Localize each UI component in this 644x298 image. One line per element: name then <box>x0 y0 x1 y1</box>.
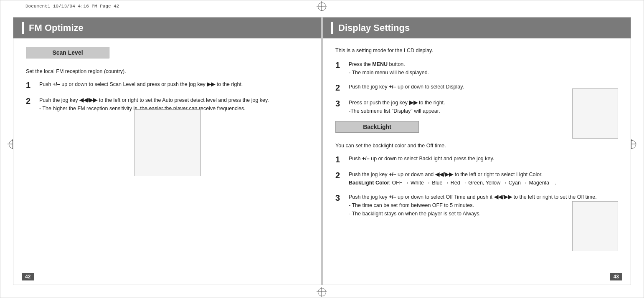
header-accent <box>22 22 24 34</box>
right-step-number-2: 2 <box>335 83 344 93</box>
right-header-accent <box>331 22 333 34</box>
doc-header: Document1 10/13/04 4:16 PM Page 42 <box>25 4 119 9</box>
left-center-image <box>134 109 201 176</box>
right-section-title: Display Settings <box>338 23 410 33</box>
left-section-title: FM Optimize <box>29 23 84 33</box>
right-step-1: 1 Press the MENU button. - The main menu… <box>335 60 618 77</box>
right-step-number-1: 1 <box>335 60 344 70</box>
backlight-step-2: 2 Push the jog key +/– up or down and ◀◀… <box>335 170 618 187</box>
right-step-number-3: 3 <box>335 98 344 109</box>
pages-container: FM Optimize Scan Level Set the local FM … <box>13 17 631 285</box>
scan-level-box: Scan Level <box>26 47 109 58</box>
scan-level-wrapper: Scan Level <box>26 47 309 63</box>
backlight-step-number-3: 3 <box>335 193 344 203</box>
right-step-text-1: Press the MENU button. - The main menu w… <box>349 60 429 77</box>
backlight-step-number-1: 1 <box>335 154 344 164</box>
backlight-step-number-2: 2 <box>335 170 344 180</box>
reg-mark-bottom <box>318 288 325 295</box>
step-number-1: 1 <box>26 80 34 90</box>
backlight-step-text-2: Push the jog key +/– up or down and ◀◀/▶… <box>349 170 556 187</box>
backlight-step-text-3: Push the jog key +/– up or down to selec… <box>349 193 597 218</box>
right-step-text-2: Push the jog key +/– up or down to selec… <box>349 83 464 91</box>
backlight-step-1: 1 Push +/– up or down to select BackLigh… <box>335 154 618 164</box>
backlight-step-text-1: Push +/– up or down to select BackLight … <box>349 154 494 163</box>
page-right: Display Settings This is a setting mode … <box>322 17 631 285</box>
page-wrapper: Document1 10/13/04 4:16 PM Page 42 FM Op… <box>0 0 644 298</box>
right-page-number: 43 <box>610 273 622 280</box>
backlight-box: BackLight <box>335 121 419 133</box>
display-intro: This is a setting mode for the LCD displ… <box>335 48 618 53</box>
scan-level-intro: Set the local FM reception region (count… <box>26 68 309 74</box>
backlight-intro: You can set the backlight color and the … <box>335 143 618 149</box>
page-left: FM Optimize Scan Level Set the local FM … <box>13 17 322 285</box>
left-page-number: 42 <box>22 273 34 280</box>
left-step-1: 1 Push +/– up or down to select Scan Lev… <box>26 80 309 90</box>
right-section-header: Display Settings <box>323 18 631 38</box>
left-section-header: FM Optimize <box>13 18 321 38</box>
step-text-1: Push +/– up or down to select Scan Level… <box>39 80 243 88</box>
step-number-2: 2 <box>26 96 34 106</box>
right-step-text-3: Press or push the jog key ▶▶ to the righ… <box>349 98 445 115</box>
right-image-bottom <box>572 201 618 251</box>
reg-mark-top <box>318 3 325 10</box>
right-image-top <box>572 88 618 139</box>
